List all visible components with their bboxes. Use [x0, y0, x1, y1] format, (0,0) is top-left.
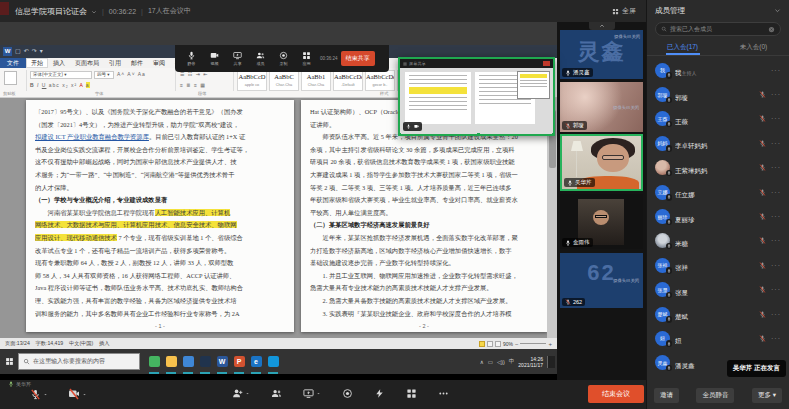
member-more-button[interactable]: ··· [771, 311, 781, 318]
style-chip[interactable]: AaBbCcDcgecor b.. [365, 70, 395, 91]
qq-icon[interactable] [267, 349, 279, 374]
share-preview-window[interactable]: 屏幕共享 [398, 57, 555, 136]
resize-handle[interactable] [477, 133, 480, 136]
member-row[interactable]: 楚斌楚斌··· [647, 302, 789, 326]
ribbon-tab-4[interactable]: 引用 [104, 58, 126, 68]
member-row[interactable]: 妈妈李卓轩妈妈··· [647, 131, 789, 155]
member-row[interactable]: 王紫琳妈妈··· [647, 156, 789, 180]
ribbon-tab-2[interactable]: 插入 [48, 58, 70, 68]
member-mic-muted-icon[interactable] [759, 237, 766, 244]
member-more-button[interactable]: ··· [771, 189, 781, 196]
video-tile-262[interactable]: 62摄像头已关闭262 [560, 253, 643, 308]
show-desktop-button[interactable] [547, 356, 555, 368]
member-mic-muted-icon[interactable] [759, 335, 766, 342]
member-row[interactable]: 立娜任立娜··· [647, 180, 789, 204]
member-search-input[interactable]: 搜索已入会成员 [655, 22, 781, 36]
member-row[interactable]: 王薇王薇··· [647, 107, 789, 131]
zoom-slider[interactable] [520, 343, 546, 344]
member-more-button[interactable]: ··· [771, 67, 781, 74]
clear-search-icon[interactable] [768, 26, 775, 33]
member-mic-muted-icon[interactable] [759, 286, 766, 293]
document-page-1[interactable]: 〔2017〕95号文）、以及《国务院关于深化产教融合的若干意见》（国办发（国发〔… [26, 100, 294, 332]
paste-button[interactable] [4, 71, 17, 85]
member-more-button[interactable]: ··· [771, 213, 781, 220]
qat-dropdown-icon[interactable]: ▾ [40, 47, 43, 56]
align-buttons[interactable]: ≡ ≣ ≡ ▦ [180, 82, 206, 88]
zoom-out-button[interactable]: − [515, 341, 519, 347]
share-toolbar-record-button[interactable]: 录制 [272, 51, 295, 66]
ribbon-tab-1[interactable]: 开始 [26, 58, 48, 68]
invite-button[interactable]: 邀请 [654, 388, 679, 403]
member-more-button[interactable]: ··· [771, 115, 781, 122]
more-button[interactable]: 更多 ▾ [752, 388, 782, 403]
battery-icon[interactable]: ▭ [488, 359, 493, 365]
photos-icon[interactable] [199, 349, 211, 374]
wechat-icon[interactable] [148, 349, 160, 374]
share-toolbar-people-button[interactable]: 成员 [249, 51, 272, 66]
video-tile-金雨伟[interactable]: 金雨伟 [560, 194, 643, 249]
member-mic-muted-icon[interactable] [759, 213, 766, 220]
video-tile-吴华芹[interactable]: 吴华芹 [560, 134, 643, 191]
ribbon-tab-3[interactable]: 页面布局 [70, 58, 104, 68]
mute-all-button[interactable]: 全员静音 [696, 388, 734, 403]
share-toolbar-camera-button[interactable]: 视频 [203, 51, 226, 66]
ribbon-tab-file[interactable]: 文件 [0, 58, 26, 68]
member-tab-已入会(17)[interactable]: 已入会(17) [647, 40, 718, 55]
member-row[interactable]: 张祥张祥··· [647, 253, 789, 277]
interact-button[interactable] [374, 388, 385, 399]
member-more-button[interactable]: ··· [771, 140, 781, 147]
member-more-button[interactable]: ··· [771, 262, 781, 269]
members-button[interactable] [271, 388, 282, 399]
font-size-select[interactable]: 四号 ▾ [94, 71, 114, 79]
ribbon-tab-6[interactable]: 审阅 [148, 58, 170, 68]
share-toolbar-screen-button[interactable]: 共享 [226, 51, 249, 66]
style-chip[interactable]: AaBbCcDc-Default [333, 70, 363, 91]
start-button[interactable] [0, 357, 18, 366]
taskbar-search[interactable]: 在这里输入你要搜索的内容 [18, 353, 140, 370]
fullscreen-button[interactable]: 全屏 [612, 6, 636, 16]
member-mic-muted-icon[interactable] [759, 91, 766, 98]
meeting-info-chevron-icon[interactable] [91, 9, 97, 15]
font-name-select[interactable]: 宋体(中文正文) ▾ [30, 71, 92, 79]
collapse-videos-button[interactable] [589, 22, 615, 30]
resize-handle[interactable] [398, 133, 401, 136]
share-screen-button[interactable] [303, 388, 321, 399]
member-row[interactable]: 郭璇郭璇··· [647, 82, 789, 106]
caret-down-icon[interactable] [82, 392, 87, 397]
caret-down-icon[interactable] [43, 392, 48, 397]
stop-share-mini-button[interactable] [543, 61, 550, 66]
record-button[interactable] [342, 388, 353, 399]
save-icon[interactable]: ▢ [15, 47, 21, 56]
share-toolbar-mic-button[interactable]: 静音 [180, 51, 203, 66]
word-icon[interactable]: W [216, 349, 228, 374]
member-mic-muted-icon[interactable] [759, 164, 766, 171]
mic-toggle-button[interactable] [30, 388, 48, 400]
member-mic-muted-icon[interactable] [759, 311, 766, 318]
video-tile-潘灵鑫[interactable]: 灵鑫摄像头已关闭潘灵鑫 [560, 30, 643, 79]
member-more-button[interactable]: ··· [771, 91, 781, 98]
redo-icon[interactable]: ↷ [32, 47, 37, 56]
member-row[interactable]: 张显张显··· [647, 278, 789, 302]
mail-icon[interactable] [182, 349, 194, 374]
member-more-button[interactable]: ··· [771, 164, 781, 171]
chevron-down-icon[interactable] [774, 7, 781, 14]
ribbon-tab-5[interactable]: 邮件 [126, 58, 148, 68]
explorer-icon[interactable] [165, 349, 177, 374]
tray-expand-icon[interactable]: ∧ [480, 359, 484, 365]
member-mic-muted-icon[interactable] [759, 140, 766, 147]
apps-button[interactable] [406, 388, 417, 399]
style-chip[interactable]: AaBbCcDapple co [237, 70, 267, 91]
member-mic-muted-icon[interactable] [759, 262, 766, 269]
font-grow-shrink-buttons[interactable]: A˄ A˅ Aa [117, 71, 146, 77]
more-button[interactable] [438, 388, 449, 399]
end-meeting-button[interactable]: 结束会议 [588, 385, 644, 403]
member-mic-muted-icon[interactable] [759, 115, 766, 122]
share-toolbar-grid-button[interactable]: 应用 [295, 51, 318, 66]
view-read-button[interactable] [487, 341, 493, 347]
edge-icon[interactable]: e [250, 349, 262, 374]
tray-clock[interactable]: 14:26 2021/11/17 [518, 356, 543, 368]
ime-indicator[interactable]: 中 [509, 358, 515, 365]
style-chip[interactable]: AaBb1Char-Cha [301, 70, 331, 91]
end-share-button[interactable]: 结束共享 [341, 51, 375, 66]
view-web-button[interactable] [495, 341, 501, 347]
